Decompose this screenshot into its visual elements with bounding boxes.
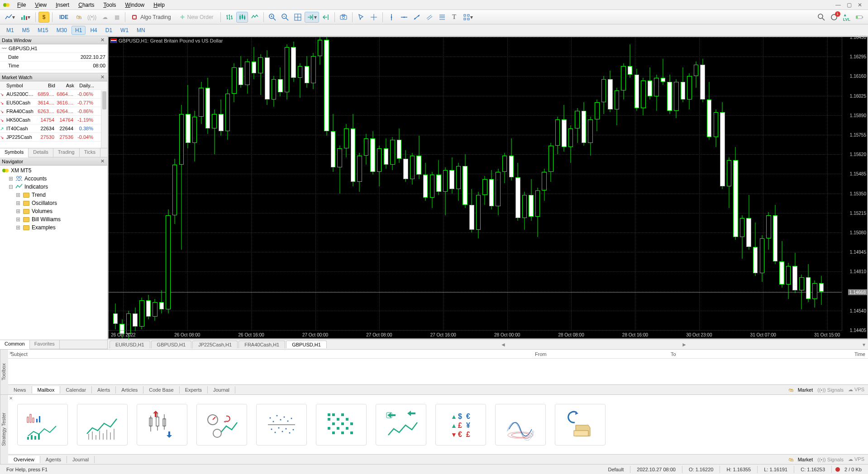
grid-icon[interactable] xyxy=(292,12,304,23)
strategy-card-matrix[interactable] xyxy=(316,404,367,446)
market-icon[interactable]: 🛍 xyxy=(73,12,84,23)
menu-charts[interactable]: Charts xyxy=(74,1,99,9)
trendline-icon[interactable] xyxy=(411,12,423,23)
strategy-label[interactable]: Strategy Tester xyxy=(0,395,8,464)
bar-chart-icon[interactable]: ▾ xyxy=(18,12,33,23)
toolbox-tab-calendar[interactable]: Calendar xyxy=(60,386,92,393)
cursor-icon[interactable] xyxy=(355,12,367,23)
toolbox-tab-experts[interactable]: Experts xyxy=(180,386,208,393)
timeframe-M5[interactable]: M5 xyxy=(19,26,33,35)
tab-next-icon[interactable]: ► xyxy=(679,341,690,348)
hline-icon[interactable] xyxy=(398,12,410,23)
market-watch-row[interactable]: ↘ FRA40Cash 6263.... 6264.... -0.86% xyxy=(0,107,107,116)
shift-icon[interactable] xyxy=(320,12,332,23)
mql5-icon[interactable]: ▦ xyxy=(111,12,122,23)
market-watch-row[interactable]: ↘ JP225Cash 27530 27536 -0.04% xyxy=(0,133,107,142)
level-icon[interactable]: ▲LVL xyxy=(841,12,853,23)
chart-canvas[interactable]: GBPUSD,H1: Great Britain Pound vs US Dol… xyxy=(108,37,868,339)
nav-root[interactable]: XM MT5 xyxy=(1,166,106,175)
toolbox-tab-news[interactable]: News xyxy=(8,386,32,393)
nav-item-examples[interactable]: ⊞Examples xyxy=(1,223,106,232)
autoscroll-icon[interactable]: ▾ xyxy=(305,12,319,23)
mw-tab-symbols[interactable]: Symbols xyxy=(0,148,29,157)
toolbox-tab-articles[interactable]: Articles xyxy=(116,386,143,393)
line-icon[interactable] xyxy=(249,12,261,23)
chart-tab[interactable]: JP225Cash,H1 xyxy=(192,341,238,348)
menu-tools[interactable]: Tools xyxy=(99,1,121,9)
maximize-icon[interactable]: ▢ xyxy=(844,1,854,9)
market-link[interactable]: Market xyxy=(798,457,813,462)
nav-item-oscillators[interactable]: ⊞Oscillators xyxy=(1,199,106,207)
market-watch-row[interactable]: ↗ IT40Cash 22634 22644 0.38% xyxy=(0,124,107,133)
snapshot-icon[interactable] xyxy=(338,12,349,23)
toolbox-label[interactable]: Toolbox xyxy=(0,350,8,394)
objects-icon[interactable]: ▾ xyxy=(461,12,475,23)
mw-tab-trading[interactable]: Trading xyxy=(53,148,80,157)
chart-tab[interactable]: EURUSD,H1 xyxy=(110,341,150,348)
chart-tab[interactable]: GBPUSD,H1 xyxy=(286,341,327,348)
tab-prev-icon[interactable]: ◄ xyxy=(498,341,509,348)
candles-icon[interactable] xyxy=(236,12,248,23)
toolbox-tab-code-base[interactable]: Code Base xyxy=(143,386,179,393)
toolbox-tab-mailbox[interactable]: Mailbox xyxy=(32,386,61,393)
search-icon[interactable] xyxy=(816,12,827,23)
nav-item-volumes[interactable]: ⊞Volumes xyxy=(1,207,106,215)
col-from[interactable]: From xyxy=(535,351,671,357)
col-to[interactable]: To xyxy=(671,351,806,357)
close-icon[interactable]: ✕ xyxy=(99,37,105,43)
col-daily[interactable]: Daily... xyxy=(74,83,94,88)
col-symbol[interactable]: Symbol xyxy=(6,83,36,88)
timeframe-W1[interactable]: W1 xyxy=(117,26,132,35)
strategy-card-load[interactable] xyxy=(555,404,606,446)
strategy-card-visualize[interactable] xyxy=(17,404,68,446)
strategy-card-optimize[interactable] xyxy=(137,404,187,446)
text-icon[interactable]: T xyxy=(449,12,460,23)
timeframe-M30[interactable]: M30 xyxy=(53,26,71,35)
close-icon[interactable]: ✕ xyxy=(99,158,105,165)
dollar-icon[interactable]: $ xyxy=(38,12,49,23)
menu-insert[interactable]: Insert xyxy=(51,1,74,9)
algo-trading-button[interactable]: Algo Trading xyxy=(128,12,175,23)
zoom-out-icon[interactable] xyxy=(279,12,291,23)
strategy-tab-overview[interactable]: Overview xyxy=(8,456,40,463)
zoom-in-icon[interactable] xyxy=(267,12,278,23)
market-watch-row[interactable]: ↘ HK50Cash 14754 14764 -1.19% xyxy=(0,116,107,124)
new-order-button[interactable]: ✚New Order xyxy=(176,12,218,23)
market-link[interactable]: Market xyxy=(798,387,813,393)
close-icon[interactable]: ✕ xyxy=(99,74,105,81)
nav-tab-common[interactable]: Common xyxy=(0,340,30,349)
notifications-icon[interactable]: 1 xyxy=(828,12,840,23)
vline-icon[interactable] xyxy=(386,12,397,23)
ide-button[interactable]: IDE xyxy=(55,12,72,23)
strategy-card-market[interactable]: ▲$€▲£¥▼€£ xyxy=(435,404,486,446)
nav-item-accounts[interactable]: ⊞Accounts xyxy=(1,175,106,183)
strategy-tab-journal[interactable]: Journal xyxy=(67,456,95,463)
fibo-icon[interactable] xyxy=(436,12,448,23)
timeframe-M1[interactable]: M1 xyxy=(3,26,18,35)
nav-item-indicators[interactable]: ⊟Indicators xyxy=(1,183,106,191)
toolbox-tab-journal[interactable]: Journal xyxy=(208,386,235,393)
mw-tab-details[interactable]: Details xyxy=(29,148,53,157)
strategy-card-scatter[interactable] xyxy=(256,404,307,446)
menu-file[interactable]: File xyxy=(13,1,30,9)
crosshair-icon[interactable] xyxy=(368,12,380,23)
col-ask[interactable]: Ask xyxy=(55,83,74,88)
battery-icon[interactable] xyxy=(854,12,865,23)
market-watch-row[interactable]: ↘ EU50Cash 3614.... 3616.... -0.77% xyxy=(0,99,107,107)
menu-view[interactable]: View xyxy=(30,1,51,9)
timeframe-M15[interactable]: M15 xyxy=(34,26,52,35)
bars-icon[interactable] xyxy=(224,12,235,23)
strategy-tab-agents[interactable]: Agents xyxy=(40,456,67,463)
vps-icon[interactable]: ☁ xyxy=(100,12,110,23)
minimize-icon[interactable]: — xyxy=(833,1,844,9)
strategy-card-math[interactable] xyxy=(495,404,546,446)
signals-icon[interactable]: ((•)) xyxy=(85,12,99,23)
scrollbar[interactable] xyxy=(101,90,107,148)
timeframe-H1[interactable]: H1 xyxy=(72,26,86,35)
toolbox-tab-alerts[interactable]: Alerts xyxy=(92,386,116,393)
timeframe-H4[interactable]: H4 xyxy=(86,26,100,35)
col-bid[interactable]: Bid xyxy=(36,83,55,88)
close-icon[interactable]: ✕ xyxy=(854,1,865,9)
col-time[interactable]: Time xyxy=(806,351,865,357)
chart-tab[interactable]: GBPUSD,H1 xyxy=(151,341,192,348)
